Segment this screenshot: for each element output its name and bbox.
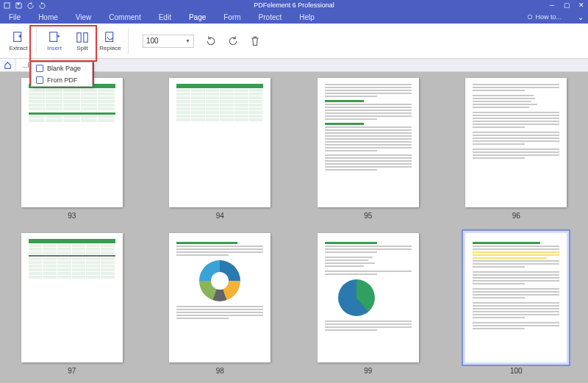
page-number-value: 100 xyxy=(146,37,159,45)
page-thumbnail[interactable]: 93 xyxy=(9,78,135,220)
split-button[interactable]: Split xyxy=(70,25,95,57)
insert-dropdown: Blank Page From PDF xyxy=(31,62,93,87)
page-thumbnail[interactable]: 96 xyxy=(453,78,580,220)
insert-icon xyxy=(48,31,61,44)
page-number-label: 99 xyxy=(364,367,372,375)
collapse-ribbon-button[interactable]: ⌄ xyxy=(578,13,584,21)
rotate-ccw-button[interactable] xyxy=(204,35,218,48)
svg-rect-4 xyxy=(50,32,57,41)
home-tab[interactable] xyxy=(0,59,16,71)
extract-button[interactable]: Extract xyxy=(6,25,31,57)
ribbon-separator xyxy=(36,28,37,54)
dropdown-caret-icon: ▼ xyxy=(185,38,190,43)
insert-from-pdf[interactable]: From PDF xyxy=(32,74,92,86)
split-icon xyxy=(76,31,89,44)
page-thumbnail[interactable]: 98 xyxy=(157,233,284,375)
menu-form[interactable]: Form xyxy=(215,10,249,24)
replace-label: Replace xyxy=(99,45,121,51)
page-thumbnail[interactable]: 99 xyxy=(305,233,431,375)
extract-label: Extract xyxy=(10,45,28,51)
from-pdf-icon xyxy=(36,76,43,84)
delete-page-button[interactable] xyxy=(248,35,262,48)
insert-label: Insert xyxy=(47,45,62,51)
menu-bar: File Home View Comment Edit Page Form Pr… xyxy=(0,10,588,24)
dropdown-label: Blank Page xyxy=(47,65,81,72)
rotate-cw-button[interactable] xyxy=(226,35,240,48)
page-thumbnail[interactable]: 94 xyxy=(157,78,284,220)
page-number-field[interactable]: 100 ▼ xyxy=(143,35,194,48)
svg-rect-6 xyxy=(84,32,87,42)
page-number-label: 93 xyxy=(68,212,76,220)
menu-protect[interactable]: Protect xyxy=(250,10,291,24)
dropdown-label: From PDF xyxy=(47,76,78,84)
page-number-label: 97 xyxy=(68,367,76,375)
page-number-label: 96 xyxy=(512,212,520,220)
svg-rect-7 xyxy=(106,32,113,41)
menu-home[interactable]: Home xyxy=(29,10,67,24)
help-howto[interactable]: How to... xyxy=(527,13,562,21)
window-title: PDFelement 6 Professional xyxy=(0,1,588,9)
title-bar: PDFelement 6 Professional ─ ▢ ✕ xyxy=(0,0,588,10)
page-number-label: 94 xyxy=(216,212,224,220)
minimize-button[interactable]: ─ xyxy=(547,1,557,10)
howto-label: How to... xyxy=(535,13,562,21)
split-label: Split xyxy=(76,45,88,51)
page-thumbnail-selected[interactable]: 100 xyxy=(453,233,580,375)
insert-button[interactable]: Insert xyxy=(42,25,67,57)
page-thumbnail[interactable]: 97 xyxy=(9,233,135,375)
extract-icon xyxy=(12,31,25,44)
menu-help[interactable]: Help xyxy=(290,10,323,24)
page-number-label: 100 xyxy=(510,367,523,375)
close-button[interactable]: ✕ xyxy=(576,1,587,10)
page-number-label: 95 xyxy=(364,212,372,220)
replace-icon xyxy=(104,31,117,44)
ribbon-separator xyxy=(128,28,129,54)
svg-rect-5 xyxy=(77,32,81,42)
page-thumbnails-panel: 93 94 xyxy=(0,72,588,383)
menu-edit[interactable]: Edit xyxy=(150,10,180,24)
menu-page[interactable]: Page xyxy=(180,10,215,24)
menu-file[interactable]: File xyxy=(0,10,29,24)
replace-button[interactable]: Replace xyxy=(98,25,123,57)
page-thumbnail[interactable]: 95 xyxy=(305,78,431,220)
blank-page-icon xyxy=(36,65,43,72)
svg-point-2 xyxy=(528,15,533,19)
page-number-label: 98 xyxy=(216,367,224,375)
ribbon: Extract Insert Split Replace 100 ▼ xyxy=(0,24,588,59)
bulb-icon xyxy=(527,14,533,20)
menu-view[interactable]: View xyxy=(67,10,101,24)
insert-blank-page[interactable]: Blank Page xyxy=(32,62,92,74)
maximize-button[interactable]: ▢ xyxy=(562,1,572,10)
menu-comment[interactable]: Comment xyxy=(100,10,149,24)
